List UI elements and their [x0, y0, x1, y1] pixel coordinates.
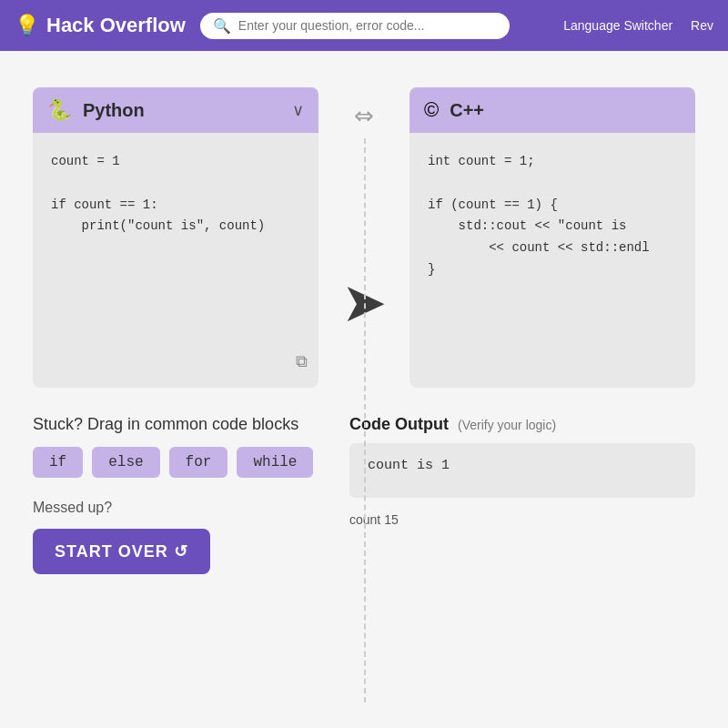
main-content: 🐍 Python ∨ count = 1 if count == 1: prin… — [0, 51, 728, 592]
search-input[interactable] — [238, 18, 497, 33]
code-output-body: count is 1 — [349, 443, 695, 498]
left-panel-header[interactable]: 🐍 Python ∨ — [33, 87, 318, 133]
left-panel-language-label: Python — [83, 100, 281, 121]
code-output-header: Code Output (Verify your logic) — [349, 415, 695, 434]
header: 💡 Hack Overflow 🔍 Language Switcher Rev — [0, 0, 728, 51]
cpp-icon: © — [424, 98, 439, 122]
right-panel-header[interactable]: © C++ — [410, 87, 695, 133]
right-bottom-section: Code Output (Verify your logic) count is… — [349, 415, 695, 574]
messed-label: Messed up? — [33, 500, 331, 516]
panels-row: 🐍 Python ∨ count = 1 if count == 1: prin… — [33, 87, 695, 388]
code-block-while[interactable]: while — [237, 447, 313, 478]
swap-icon[interactable]: ⇔ — [354, 102, 374, 130]
code-block-if[interactable]: if — [33, 447, 83, 478]
left-panel-body[interactable]: count = 1 if count == 1: print("count is… — [33, 133, 318, 388]
right-panel: © C++ int count = 1; if (count == 1) { s… — [410, 87, 695, 388]
right-panel-body[interactable]: int count = 1; if (count == 1) { std::co… — [410, 133, 695, 388]
left-panel: 🐍 Python ∨ count = 1 if count == 1: prin… — [33, 87, 318, 388]
nav-rev[interactable]: Rev — [691, 18, 713, 33]
copy-icon[interactable]: ⧉ — [296, 349, 308, 377]
python-icon: 🐍 — [47, 98, 72, 122]
right-panel-code: int count = 1; if (count == 1) { std::co… — [428, 151, 677, 281]
search-bar[interactable]: 🔍 — [200, 13, 510, 39]
app-title: Hack Overflow — [46, 14, 186, 37]
left-bottom-section: Stuck? Drag in common code blocks if els… — [33, 415, 331, 574]
start-over-button[interactable]: START OVER ↺ — [33, 529, 210, 574]
search-icon: 🔍 — [213, 17, 231, 35]
left-panel-code: count = 1 if count == 1: print("count is… — [51, 151, 300, 238]
header-nav: Language Switcher Rev — [563, 18, 713, 33]
code-blocks-row: if else for while — [33, 447, 331, 478]
nav-language-switcher[interactable]: Language Switcher — [563, 18, 672, 33]
code-block-else[interactable]: else — [92, 447, 159, 478]
right-panel-language-label: C++ — [450, 100, 681, 121]
count-label: count 15 — [349, 512, 695, 527]
center-arrow-area: ⇔ ➤ — [318, 87, 410, 330]
logo-icon: 💡 — [15, 14, 39, 37]
dashed-divider — [364, 138, 366, 703]
left-panel-chevron-icon[interactable]: ∨ — [292, 100, 304, 120]
stuck-label: Stuck? Drag in common code blocks — [33, 415, 331, 434]
code-output-subtitle: (Verify your logic) — [458, 418, 556, 432]
code-block-for[interactable]: for — [169, 447, 228, 478]
logo-area: 💡 Hack Overflow — [15, 14, 186, 37]
